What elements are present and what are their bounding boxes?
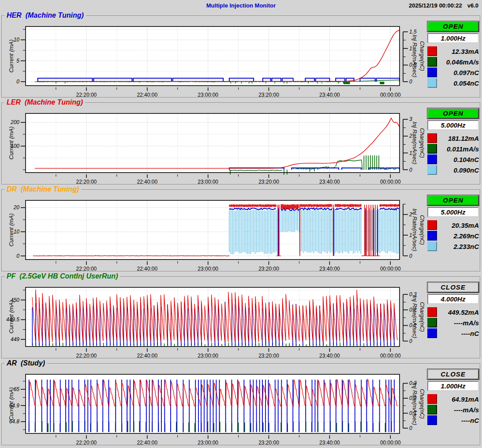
red-square-icon — [427, 133, 437, 143]
svg-text:Current (mA): Current (mA) — [8, 387, 15, 420]
legend-panel: CLOSE 1.000Hz 64.91mA----mA/s----nC — [426, 368, 480, 425]
injection-frequency-field[interactable]: 1.000Hz — [427, 381, 479, 391]
svg-text:Charge(nC): Charge(nC) — [419, 389, 426, 419]
svg-text:0: 0 — [409, 79, 412, 85]
svg-text:23:40:00: 23:40:00 — [319, 440, 340, 445]
legend-value: 2.269nC — [437, 232, 479, 240]
legend-row: 2.269nC — [427, 230, 479, 241]
svg-text:1.5: 1.5 — [409, 29, 417, 35]
legend-value: 0.104nC — [437, 156, 479, 163]
injection-frequency-field[interactable]: 4.000Hz — [427, 294, 479, 304]
shutter-status-button[interactable]: CLOSE — [427, 369, 479, 380]
red-square-icon — [427, 394, 437, 404]
injection-frequency-field[interactable]: 5.000Hz — [427, 120, 479, 130]
legend-rows: 181.12mA0.011mA/s0.104nC0.090nC — [426, 133, 480, 175]
red-square-icon — [427, 46, 437, 56]
svg-text:23:00:00: 23:00:00 — [198, 353, 218, 358]
svg-text:Current (mA): Current (mA) — [8, 213, 15, 246]
legend-row: 0.090nC — [427, 165, 479, 175]
svg-text:22:40:00: 22:40:00 — [137, 440, 157, 445]
legend-value: 20.35mA — [437, 222, 479, 229]
ring-panel-her: HER (Machine Tuning) 22:20:0022:40:0023:… — [1, 11, 481, 98]
legend-row: ----mA/s — [427, 317, 479, 328]
datetime-display: 2025/12/19 00:00:22v6.0 — [409, 2, 478, 9]
ring-panel-ler: LER (Machine Tuning) 22:20:0022:40:0023:… — [1, 98, 481, 185]
svg-text:22:20:00: 22:20:00 — [76, 266, 97, 271]
lightblue-square-icon — [427, 241, 437, 251]
shutter-status-button[interactable]: OPEN — [427, 21, 479, 32]
legend-row: 449.52mA — [427, 307, 479, 317]
svg-text:5: 5 — [16, 58, 19, 64]
shutter-status-button[interactable]: OPEN — [427, 108, 479, 119]
blue-square-icon — [427, 328, 437, 338]
svg-text:Inj Rate(mA/sec): Inj Rate(mA/sec) — [411, 209, 418, 252]
panel-title: AR (Study) — [4, 359, 47, 367]
ring-panel-pf: PF (2.5GeV HB ContInj UserRun) 22:20:002… — [1, 272, 481, 359]
svg-text:23:00:00: 23:00:00 — [198, 266, 218, 271]
legend-row: 12.33mA — [427, 46, 479, 56]
chart-svg: 22:20:0022:40:0023:00:0023:20:0023:40:00… — [4, 108, 426, 184]
svg-text:23:00:00: 23:00:00 — [198, 92, 218, 97]
svg-text:Current (mA): Current (mA) — [8, 126, 15, 159]
chart-area: 22:20:0022:40:0023:00:0023:20:0023:40:00… — [4, 369, 426, 447]
shutter-status-button[interactable]: OPEN — [427, 195, 479, 206]
legend-value: ----mA/s — [437, 319, 479, 327]
svg-text:20: 20 — [13, 204, 20, 211]
chart-area: 22:20:0022:40:0023:00:0023:20:0023:40:00… — [4, 195, 426, 273]
legend-row: 20.35mA — [427, 220, 479, 230]
svg-text:00:00:00: 00:00:00 — [380, 440, 401, 445]
svg-text:23:20:00: 23:20:00 — [258, 92, 279, 97]
legend-panel: CLOSE 4.000Hz 449.52mA----mA/s----nC — [426, 281, 480, 339]
darkgreen-square-icon — [427, 144, 437, 154]
legend-value: 0.046mA/s — [437, 58, 479, 66]
legend-rows: 449.52mA----mA/s----nC — [426, 307, 480, 339]
legend-value: 2.233nC — [437, 243, 479, 250]
svg-text:23:40:00: 23:40:00 — [319, 92, 340, 97]
darkgreen-square-icon — [427, 57, 437, 67]
legend-row: 0.097nC — [427, 67, 479, 78]
svg-text:22:20:00: 22:20:00 — [76, 440, 97, 445]
legend-value: ----nC — [437, 330, 479, 337]
legend-value: 0.054nC — [437, 79, 479, 87]
injection-frequency-field[interactable]: 5.000Hz — [427, 207, 479, 217]
svg-text:23:40:00: 23:40:00 — [319, 179, 340, 184]
svg-text:22:20:00: 22:20:00 — [76, 179, 97, 184]
legend-row: 0.046mA/s — [427, 56, 479, 67]
svg-text:0: 0 — [409, 253, 412, 259]
svg-text:Inj Rate(mA/sec): Inj Rate(mA/sec) — [411, 35, 418, 78]
chart-svg: 22:20:0022:40:0023:00:0023:20:0023:40:00… — [4, 369, 426, 445]
ring-panel-dr: DR (Machine Tuning) 22:20:0022:40:0023:0… — [1, 185, 481, 272]
legend-value: 12.33mA — [437, 48, 479, 55]
svg-text:23:20:00: 23:20:00 — [258, 440, 279, 445]
injection-frequency-field[interactable]: 1.000Hz — [427, 33, 479, 43]
chart-svg: 22:20:0022:40:0023:00:0023:20:0023:40:00… — [4, 195, 426, 271]
legend-row: ----nC — [427, 415, 479, 425]
legend-row: ----nC — [427, 328, 479, 339]
blue-square-icon — [427, 415, 437, 425]
legend-rows: 64.91mA----mA/s----nC — [426, 394, 480, 425]
chart-area: 22:20:0022:40:0023:00:0023:20:0023:40:00… — [4, 108, 426, 186]
blue-square-icon — [427, 68, 437, 77]
panel-title: LER (Machine Tuning) — [4, 98, 85, 106]
svg-text:00:00:00: 00:00:00 — [380, 179, 401, 184]
legend-row: ----mA/s — [427, 404, 479, 415]
legend-panel: OPEN 5.000Hz 20.35mA2.269nC2.233nC — [426, 194, 480, 252]
svg-text:22:20:00: 22:20:00 — [76, 353, 97, 358]
legend-rows: 20.35mA2.269nC2.233nC — [426, 220, 480, 252]
svg-text:22:40:00: 22:40:00 — [137, 353, 157, 358]
svg-text:Inj Rate(mA/sec): Inj Rate(mA/sec) — [411, 296, 418, 339]
legend-value: ----nC — [437, 417, 479, 424]
panel-title: DR (Machine Tuning) — [4, 185, 81, 193]
shutter-status-button[interactable]: CLOSE — [427, 282, 479, 293]
svg-text:Inj Rate(mA/sec): Inj Rate(mA/sec) — [411, 122, 418, 165]
svg-text:23:20:00: 23:20:00 — [258, 179, 279, 184]
svg-text:0: 0 — [409, 338, 412, 344]
svg-text:0: 0 — [409, 167, 412, 173]
panel-title: HER (Machine Tuning) — [4, 11, 86, 19]
legend-value: 0.011mA/s — [437, 145, 479, 153]
chart-area: 22:20:0022:40:0023:00:0023:20:0023:40:00… — [4, 21, 426, 99]
legend-rows: 12.33mA0.046mA/s0.097nC0.054nC — [426, 46, 480, 88]
chart-svg: 22:20:0022:40:0023:00:0023:20:0023:40:00… — [4, 21, 426, 97]
svg-text:0: 0 — [409, 425, 412, 431]
svg-text:Charge(nC): Charge(nC) — [419, 41, 426, 71]
